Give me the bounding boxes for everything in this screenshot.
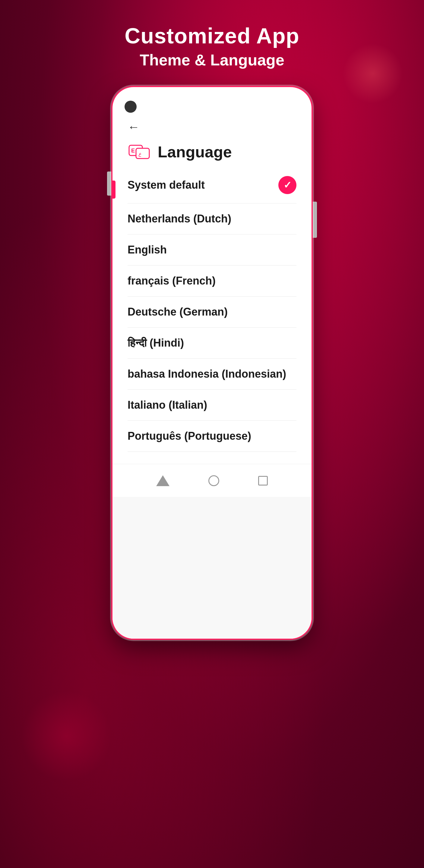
svg-rect-2 xyxy=(136,148,149,158)
svg-text:ع: ع xyxy=(139,151,142,157)
page-title-row: E ع Language xyxy=(127,143,297,161)
check-mark-icon: ✓ xyxy=(283,179,292,191)
language-item-italian[interactable]: Italiano (Italian) xyxy=(127,390,297,421)
language-name-english: English xyxy=(127,244,167,256)
header-section: Customized App Theme & Language xyxy=(125,24,299,69)
language-item-system-default[interactable]: System default✓ xyxy=(127,176,297,204)
phone-frame: ← E ع Language xyxy=(113,87,311,639)
language-name-indonesian: bahasa Indonesia (Indonesian) xyxy=(127,368,286,380)
language-item-german[interactable]: Deutsche (German) xyxy=(127,297,297,328)
back-nav-icon[interactable] xyxy=(156,475,170,486)
language-item-portuguese[interactable]: Português (Portuguese) xyxy=(127,421,297,452)
camera-dot xyxy=(125,101,137,113)
check-circle-system-default: ✓ xyxy=(278,176,297,194)
page-title: Language xyxy=(158,143,232,161)
language-item-french[interactable]: français (French) xyxy=(127,266,297,297)
language-icon: E ع xyxy=(127,143,152,161)
language-item-dutch[interactable]: Netherlands (Dutch) xyxy=(127,204,297,235)
language-item-hindi[interactable]: हिन्दी (Hindi) xyxy=(127,328,297,359)
language-name-hindi: हिन्दी (Hindi) xyxy=(127,337,184,349)
app-title: Customized App xyxy=(125,24,299,48)
svg-text:E: E xyxy=(131,148,135,154)
language-name-german: Deutsche (German) xyxy=(127,306,228,318)
selected-indicator xyxy=(113,181,116,198)
language-name-french: français (French) xyxy=(127,275,216,287)
phone-mockup: ← E ع Language xyxy=(113,87,311,639)
language-item-indonesian[interactable]: bahasa Indonesia (Indonesian) xyxy=(127,359,297,390)
language-name-system-default: System default xyxy=(127,179,205,191)
language-name-portuguese: Português (Portuguese) xyxy=(127,430,251,442)
language-name-dutch: Netherlands (Dutch) xyxy=(127,213,231,225)
language-list: System default✓Netherlands (Dutch)Englis… xyxy=(127,176,297,452)
language-name-italian: Italiano (Italian) xyxy=(127,399,207,411)
volume-button-right xyxy=(311,202,317,238)
back-button[interactable]: ← xyxy=(127,120,297,134)
home-nav-icon[interactable] xyxy=(208,475,219,486)
recents-nav-icon[interactable] xyxy=(258,476,268,486)
content-area: ← E ع Language xyxy=(113,114,311,464)
back-arrow-icon: ← xyxy=(127,120,140,133)
status-bar xyxy=(113,96,311,114)
phone-screen: ← E ع Language xyxy=(113,96,311,639)
app-subtitle: Theme & Language xyxy=(125,51,299,69)
nav-bar xyxy=(113,464,311,497)
volume-button-left xyxy=(107,172,113,195)
language-item-english[interactable]: English xyxy=(127,235,297,266)
